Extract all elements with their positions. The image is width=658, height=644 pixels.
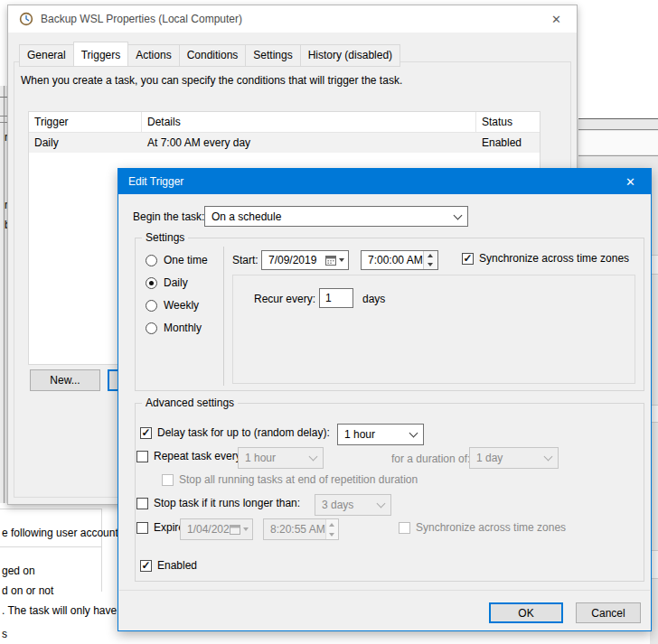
- column-header-status[interactable]: Status: [476, 112, 540, 132]
- radio-selected-icon: [146, 277, 157, 289]
- radio-label: Weekly: [164, 299, 199, 312]
- dropdown-arrow-icon: [339, 258, 344, 262]
- checkbox-label: Stop task if it runs longer than:: [154, 497, 300, 509]
- checkbox-icon: [136, 451, 148, 462]
- table-row[interactable]: Daily At 7:00 AM every day Enabled: [29, 133, 540, 153]
- dialog-title: Edit Trigger: [128, 175, 183, 188]
- recur-interval-input[interactable]: 1: [319, 288, 353, 308]
- checkbox-checked-icon: ✓: [140, 427, 152, 439]
- chevron-down-icon: [544, 453, 553, 462]
- stop-task-duration-select: 3 days: [315, 494, 391, 516]
- start-time-spinner[interactable]: 7:00:00 AM: [361, 250, 438, 270]
- groupbox-line: [101, 509, 102, 592]
- task-scheduler-icon: [19, 12, 33, 26]
- tab-triggers[interactable]: Triggers: [73, 42, 129, 67]
- begin-task-select[interactable]: On a schedule: [204, 206, 468, 227]
- enabled-checkbox[interactable]: ✓ Enabled: [140, 559, 197, 572]
- properties-titlebar[interactable]: Backup WSL Properties (Local Computer) ✕: [8, 5, 577, 33]
- checkbox-disabled-icon: [399, 522, 410, 534]
- duration-value: 1 day: [476, 452, 545, 464]
- tab-actions[interactable]: Actions: [128, 44, 179, 67]
- new-trigger-button[interactable]: New...: [30, 369, 100, 391]
- background-panel: [578, 131, 658, 154]
- divider: [578, 155, 658, 156]
- checkbox-label: Synchronize across time zones: [416, 521, 566, 534]
- expire-date-value: 1/04/2021: [187, 523, 230, 536]
- duration-select: 1 day: [469, 447, 559, 469]
- spin-down-icon: [326, 529, 338, 539]
- clipped-text-fragment: ged on: [2, 565, 35, 577]
- stop-all-tasks-checkbox: Stop all running tasks at end of repetit…: [162, 473, 418, 486]
- checkbox-label: Repeat task every:: [154, 450, 244, 462]
- radio-icon: [146, 255, 157, 266]
- radio-weekly[interactable]: Weekly: [146, 299, 199, 312]
- begin-task-value: On a schedule: [212, 210, 455, 223]
- spin-up-icon[interactable]: [424, 251, 437, 260]
- delay-duration-value: 1 hour: [344, 428, 410, 441]
- checkbox-checked-icon: ✓: [140, 560, 152, 572]
- trigger-cell: Daily: [29, 136, 142, 149]
- checkbox-checked-icon: ✓: [462, 253, 474, 265]
- checkbox-disabled-icon: [162, 474, 174, 486]
- chevron-down-icon: [309, 453, 318, 462]
- duration-label: for a duration of:: [391, 453, 470, 465]
- close-icon[interactable]: ✕: [610, 169, 651, 194]
- tab-general[interactable]: General: [19, 44, 74, 67]
- details-cell: At 7:00 AM every day: [142, 136, 476, 149]
- cancel-button[interactable]: Cancel: [576, 602, 641, 623]
- spin-up-icon: [326, 519, 338, 529]
- triggers-description: When you create a task, you can specify …: [21, 74, 402, 87]
- delay-duration-select[interactable]: 1 hour: [337, 424, 424, 445]
- column-header-trigger[interactable]: Trigger: [29, 112, 142, 132]
- checkbox-icon: [136, 522, 148, 534]
- tab-conditions[interactable]: Conditions: [180, 44, 247, 67]
- delay-task-checkbox[interactable]: ✓ Delay task for up to (random delay):: [140, 426, 330, 439]
- recurrence-panel: [232, 275, 635, 384]
- advanced-group-label: Advanced settings: [142, 397, 238, 409]
- status-cell: Enabled: [476, 136, 540, 149]
- ok-button[interactable]: OK: [489, 602, 563, 623]
- background-right-area: [576, 0, 658, 168]
- start-time-value: 7:00:00 AM: [362, 251, 423, 269]
- background-left-window-sliver: n n b: [0, 86, 7, 503]
- spin-down-icon[interactable]: [424, 260, 437, 269]
- checkbox-icon: [136, 498, 148, 509]
- divider: [0, 97, 7, 98]
- column-header-details[interactable]: Details: [142, 112, 476, 132]
- radio-daily[interactable]: Daily: [146, 276, 188, 289]
- checkbox-label: Delay task for up to (random delay):: [157, 426, 330, 439]
- background-general-tab-window: e following user account ged on d on or …: [0, 503, 118, 644]
- tab-settings[interactable]: Settings: [246, 44, 300, 67]
- chevron-down-icon: [409, 429, 418, 438]
- footer-separator: [119, 590, 650, 591]
- radio-icon: [146, 322, 157, 334]
- chevron-down-icon: [454, 210, 463, 219]
- dialog-titlebar[interactable]: Edit Trigger ✕: [118, 169, 651, 194]
- radio-monthly[interactable]: Monthly: [146, 322, 202, 334]
- calendar-icon: [230, 525, 249, 535]
- clipped-text-fragment: e following user account: [2, 527, 118, 539]
- close-icon[interactable]: ✕: [536, 5, 577, 33]
- repeat-task-checkbox[interactable]: Repeat task every:: [136, 450, 244, 462]
- radio-icon: [146, 300, 157, 312]
- dropdown-arrow-icon: [243, 527, 249, 531]
- recur-interval-value: 1: [325, 292, 332, 304]
- clipped-text-fragment: . The task will only have: [2, 604, 117, 617]
- divider: [0, 116, 7, 117]
- calendar-icon: [325, 256, 344, 266]
- table-header: Trigger Details Status: [29, 112, 540, 133]
- expire-date-picker: 1/04/2021: [180, 518, 253, 540]
- expire-sync-checkbox: Synchronize across time zones: [399, 521, 566, 534]
- divider: [4, 86, 5, 503]
- checkbox-label: Enabled: [157, 559, 197, 572]
- repeat-interval-value: 1 hour: [245, 452, 310, 464]
- checkbox-label: Stop all running tasks at end of repetit…: [179, 473, 418, 486]
- clipped-text-fragment: s: [2, 628, 7, 640]
- checkbox-label: Synchronize across time zones: [479, 252, 629, 265]
- sync-timezone-checkbox[interactable]: ✓ Synchronize across time zones: [462, 252, 629, 265]
- radio-one-time[interactable]: One time: [146, 254, 208, 266]
- start-date-picker[interactable]: 7/09/2019: [261, 250, 349, 270]
- tab-history[interactable]: History (disabled): [301, 44, 400, 67]
- stop-task-checkbox[interactable]: Stop task if it runs longer than:: [136, 497, 300, 509]
- recur-unit-label: days: [362, 293, 385, 305]
